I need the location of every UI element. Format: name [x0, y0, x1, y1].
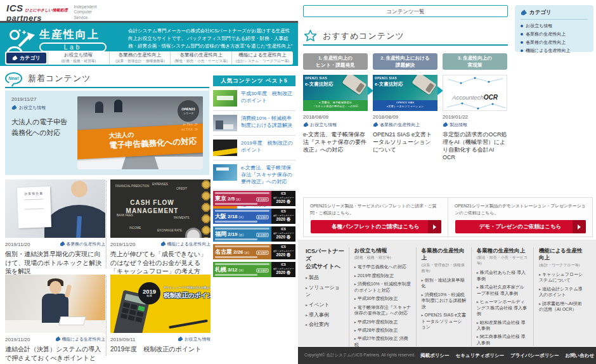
logo-wordmark: ICSひとにやさしい情報処理 partners	[6, 3, 68, 22]
footer-link[interactable]: 昭和産業株式会社様 導入事例	[477, 320, 529, 332]
footer-link[interactable]: ヒューマンホールディングス株式会社様 導入事例	[477, 299, 529, 316]
step-1-header[interactable]: 1. 生産性向上のヒント・課題発見	[303, 53, 368, 70]
popular-item-thumbnail	[213, 115, 237, 131]
bottom-bar-links: 掲載ポリシー セキュリティポリシー プライバシーポリシー お問い合わせ サイトマ…	[420, 353, 596, 359]
footer-link[interactable]: 会社案内	[306, 322, 344, 328]
category-sidebar-header: カテゴリ	[521, 9, 588, 16]
article-category-tag[interactable]: 各業務の生産性向上	[373, 122, 437, 128]
bottom-link-posting-policy[interactable]: 掲載ポリシー	[420, 353, 450, 359]
sidebar-item-by-industry[interactable]: 各業種の生産性向上	[521, 39, 588, 46]
recommended-card[interactable]: OPEN21 SIAS e-文書法対応 OPEN21 SIAS e文書トータルソ…	[373, 75, 437, 153]
popular-item-link[interactable]: e-文書法、電子帳簿保存法『スキャナ保存の要件改正』への対応	[241, 164, 295, 186]
decor-pen	[169, 320, 208, 329]
bullet-icon	[521, 49, 523, 52]
seminar-banner-fukuoka[interactable]: 福岡 2/19 (水) 参加無料 ICS会計システムセミナー2020 春	[213, 226, 295, 242]
footer-link[interactable]: 電子帳簿保存法『スキャナ保存の要件改正』への対応	[354, 304, 411, 316]
featured-article-card[interactable]: 2019/11/27 お役立ち情報 大法人の電子申告義務化への対応 e-Tax …	[5, 91, 209, 175]
popular-item-link[interactable]: 消費税10%・軽減税率制度における課題解決	[241, 115, 295, 129]
article-date: 2019/11/27	[11, 96, 71, 102]
article-category-tag[interactable]: 機能による生産性向上	[55, 336, 105, 342]
footer-link[interactable]: 導入事例	[306, 312, 344, 319]
step-2-header[interactable]: 2. 生産性向上における課題解決	[373, 53, 437, 70]
bottom-link-contact[interactable]: お問い合わせ	[566, 353, 595, 359]
popular-item[interactable]: 平成30年度 税制改正のポイント	[213, 86, 295, 111]
article-category-tag[interactable]: 機能による生産性向上	[160, 241, 211, 247]
sidebar-item-useful-info[interactable]: お役立ち情報	[521, 23, 588, 29]
decor-scanner	[411, 75, 436, 95]
demo-request-button[interactable]: デモ・プレゼンのご依頼はこちら	[455, 220, 586, 233]
tag-icon	[55, 336, 61, 342]
category-button[interactable]: カテゴリ	[6, 53, 46, 63]
footer-link[interactable]: 請求書処理へAI技術の活用（AI OCR）	[539, 301, 584, 313]
article-date: 2019/11/20	[110, 242, 135, 247]
article-category-tag[interactable]: お役立ち情報	[11, 105, 71, 111]
footer-link[interactable]: 連結会計システム導入のポイント	[539, 286, 584, 298]
article-title: 2019年度 税制改正のポイント	[110, 345, 211, 354]
footer-sitemap: ICSパートナーズ 公式サイトへ 製品 ソリューション イベント 導入事例 会社…	[298, 240, 596, 346]
nav-item-useful-info[interactable]: お役立ち情報 (財務・税務・経営等)	[48, 51, 109, 65]
footer-link[interactable]: 平成30年度税制改正	[354, 296, 411, 301]
article-card[interactable]: 決算報告書 2019/11/20 各業務の生産性向上 個別・連結決算早期化の実現…	[5, 179, 105, 276]
footer-col-by-function: 機能による生産性向上 (会計・ワークフロー等) キャッシュフローシステムについて…	[533, 247, 588, 346]
popular-item[interactable]: 消費税10%・軽減税率制度における課題解決	[213, 111, 295, 136]
featured-article-thumbnail[interactable]: e-Tax ≫ eLTAX ≫ 大法人の 電子申告義務化への対応 OPEN21 …	[77, 96, 203, 169]
footer-link[interactable]: 平成29年度税制改正	[354, 319, 411, 325]
footer-link[interactable]: 2019年度税制改正	[354, 273, 411, 278]
popular-item[interactable]: e-文書法、電子帳簿保存法『スキャナ保存の要件改正』への対応	[213, 160, 295, 190]
article-thumbnail	[5, 275, 105, 333]
sidebar-item-by-function[interactable]: 機能による生産性向上	[521, 48, 588, 54]
footer-link[interactable]: キャッシュフローシステムについて	[539, 271, 584, 283]
article-title: e-文書法、電子帳簿保存法『スキャナ保存の要件改正』への対応	[303, 131, 368, 153]
sidebar-item-by-operation[interactable]: 各業務の生産性向上	[521, 31, 588, 37]
seminar-banner-osaka[interactable]: 大阪 2/18 (火) 参加無料 ICS会計システムセミナー2020 春	[213, 209, 295, 224]
article-card[interactable]: FINANCIAL PREDICTION EXPENSES CREDIT BAN…	[110, 179, 211, 276]
article-category-tag[interactable]: 各業務の生産性向上	[60, 241, 105, 247]
nav-item-by-function[interactable]: 機能による生産性向上 (会計システム・ワークフロー等)	[231, 51, 293, 65]
year-badge: 2019年度	[138, 282, 160, 304]
article-category-tag[interactable]: 製品情報	[443, 122, 507, 128]
new-contents-heading: New! 新着コンテンツ	[5, 72, 91, 84]
article-title: 非定型の請求書のOCR処理をAI（機械学習）により自動化する会計AI OCR	[443, 131, 507, 162]
footer-link[interactable]: 消費税10%・軽減税率制度における課題解決	[422, 292, 467, 309]
footer-link[interactable]: 株式会社久原本家グループ本社様 導入事例	[477, 284, 529, 296]
footer-link[interactable]: 電子申告義務化への対応	[354, 264, 411, 270]
seminar-banner-sapporo[interactable]: 札幌 3/12 (木) 参加無料 ICS会計システムセミナー2020 春	[213, 262, 295, 277]
footer-link[interactable]: 平成27年度税制改正 消費税	[354, 335, 411, 348]
footer-link[interactable]: イベント	[306, 302, 344, 309]
pamphlet-request-button[interactable]: 各種パンフレットのご請求はこちら	[311, 220, 441, 233]
footer-link[interactable]: 関工商事株式会社様 導入事例	[477, 334, 529, 346]
nav-item-by-operation[interactable]: 各業務の生産性向上 (決算・管理会計・債権債務等)	[109, 51, 171, 65]
footer-link[interactable]: 株式会社あらた様 導入事例	[477, 270, 529, 282]
right-arrow-icon	[428, 220, 441, 233]
bottom-link-security-policy[interactable]: セキュリティポリシー	[456, 353, 505, 359]
seminar-banner-nagoya[interactable]: 名古屋 2/26 (水) 参加無料 ICS会計システムセミナー2020 春	[213, 244, 295, 259]
footer-link[interactable]: ソリューション	[306, 285, 344, 299]
seminar-banner-tokyo[interactable]: 東京 2/5 (水) 参加無料 ICS会計システムセミナー2020 春	[213, 191, 295, 206]
decor-scanner	[342, 75, 366, 95]
ics-partners-logo[interactable]: ICSひとにやさしい情報処理 partners Independent Comp…	[6, 3, 97, 22]
popular-item[interactable]: 2019年度 税制改正のポイント	[213, 136, 295, 160]
footer-link[interactable]: 個別・連結決算早期化	[422, 277, 467, 289]
footer-link[interactable]: 製品	[306, 275, 344, 282]
bottom-link-privacy-policy[interactable]: プライバシーポリシー	[510, 353, 559, 359]
section-underline	[5, 87, 209, 88]
popular-item-link[interactable]: 2019年度 税制改正のポイント	[241, 140, 295, 153]
contents-list-button[interactable]: コンテンツ一覧	[303, 5, 508, 17]
footer-link[interactable]: OPEN21 SIAS e文書トータルソリューション	[422, 312, 467, 330]
article-category-tag[interactable]: お役立ち情報	[303, 122, 368, 128]
dotted-divider	[106, 276, 107, 356]
article-card[interactable]: 2019/11/20 機能による生産性向上 連結会計（決算）システムの導入で押さ…	[5, 275, 105, 364]
new-badge-text: New!	[8, 76, 19, 81]
page: ICSひとにやさしい情報処理 partners Independent Comp…	[0, 0, 596, 364]
nav-item-by-industry[interactable]: 各業種の生産性向上 (製造・卸売・小売・サービス等)	[170, 51, 231, 65]
article-category-tag[interactable]: お役立ち情報	[178, 336, 211, 342]
recommended-card[interactable]: OPEN21 SIAS e-文書法対応 e-文書法、電子帳簿保存法 『スキャナ保…	[303, 75, 368, 153]
footer-link[interactable]: 平成28年度税制改正	[354, 327, 411, 333]
recommended-card[interactable]: AccountechOCR 2019/01/22 製品情報 非定型の請求書のOC…	[443, 75, 507, 162]
popular-item-link[interactable]: 平成30年度 税制改正のポイント	[241, 90, 295, 104]
site-title-lab-badge: Lab	[39, 42, 107, 52]
article-card[interactable]: 2019年度 デロイト トーマツ税理士法人が教える 税制改正のポイント 2019…	[110, 275, 211, 354]
recommended-card-thumbnail: OPEN21 SIAS e-文書法対応 OPEN21 SIAS e文書トータルソ…	[373, 75, 437, 111]
footer-link[interactable]: 消費税10%・軽減税率制度のポイントと対応	[354, 281, 411, 293]
step-3-header[interactable]: 3. 生産性向上の実現策	[443, 53, 507, 70]
